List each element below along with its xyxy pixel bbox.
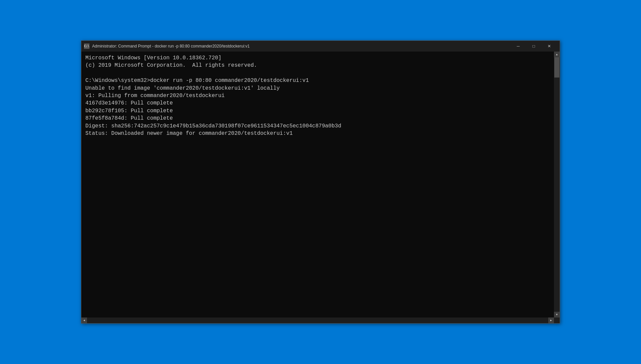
scroll-left-arrow[interactable]: ◄ xyxy=(81,317,87,323)
scroll-down-arrow[interactable]: ▼ xyxy=(554,312,560,317)
titlebar: C:\ Administrator: Command Prompt - dock… xyxy=(81,41,560,52)
window-body: Microsoft Windows [Version 10.0.18362.72… xyxy=(81,52,560,317)
scrollbar-thumb[interactable] xyxy=(554,57,559,78)
terminal-output[interactable]: Microsoft Windows [Version 10.0.18362.72… xyxy=(81,52,554,317)
window-icon-label: C:\ xyxy=(84,44,89,48)
maximize-button[interactable]: □ xyxy=(526,41,541,52)
scroll-up-arrow[interactable]: ▲ xyxy=(554,52,560,57)
window-title: Administrator: Command Prompt - docker r… xyxy=(92,44,510,49)
titlebar-buttons: ─ □ ✕ xyxy=(510,41,557,52)
close-button[interactable]: ✕ xyxy=(541,41,557,52)
cmd-window: C:\ Administrator: Command Prompt - dock… xyxy=(81,40,560,324)
scrollbar-corner xyxy=(554,317,560,323)
scrollbar-track[interactable] xyxy=(554,57,560,312)
minimize-button[interactable]: ─ xyxy=(510,41,526,52)
scrollbar-h-track[interactable] xyxy=(87,317,548,323)
bottom-bar: ◄ ► xyxy=(81,317,560,323)
horizontal-scrollbar: ◄ ► xyxy=(81,317,554,323)
vertical-scrollbar: ▲ ▼ xyxy=(554,52,560,317)
window-icon: C:\ xyxy=(84,43,89,49)
scroll-right-arrow[interactable]: ► xyxy=(548,317,554,323)
